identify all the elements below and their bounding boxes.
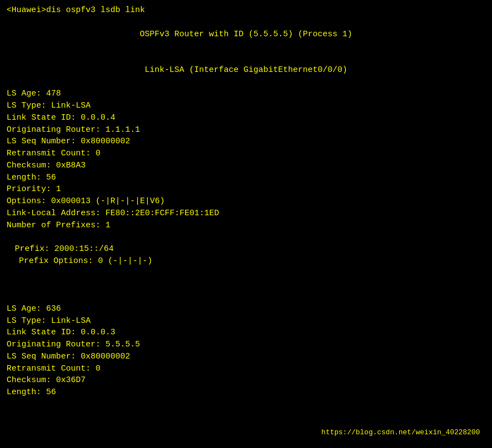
empty-line-4 <box>7 76 485 88</box>
b1-options: Options: 0x000013 (-|R|-|-|E|V6) <box>7 195 485 208</box>
b2-retransmit-count: Retransmit Count: 0 <box>7 363 485 375</box>
b1-link-local-address: Link-Local Address: FE80::2E0:FCFF:FE01:… <box>7 208 485 220</box>
b1-number-of-prefixes: Number of Prefixes: 1 <box>7 220 485 232</box>
b2-ls-seq-number: LS Seq Number: 0x80000002 <box>7 351 485 363</box>
b1-originating-router: Originating Router: 1.1.1.1 <box>7 124 485 136</box>
b2-ls-age: LS Age: 636 <box>7 303 485 315</box>
b1-length: Length: 56 <box>7 172 485 184</box>
b1-ls-age: LS Age: 478 <box>7 88 485 100</box>
empty-line-6 <box>7 267 485 279</box>
empty-line-8 <box>7 291 485 303</box>
b1-checksum: Checksum: 0xB8A3 <box>7 160 485 172</box>
b2-ls-type: LS Type: Link-LSA <box>7 315 485 327</box>
empty-line-1 <box>7 16 485 29</box>
b1-ls-type: LS Type: Link-LSA <box>7 100 485 112</box>
terminal: <Huawei>dis ospfv3 lsdb link OSPFv3 Rout… <box>7 4 485 444</box>
b1-priority: Priority: 1 <box>7 183 485 195</box>
watermark: https://blog.csdn.net/weixin_40228200 <box>321 428 480 438</box>
b1-link-state-id: Link State ID: 0.0.0.4 <box>7 112 485 124</box>
b2-checksum: Checksum: 0x36D7 <box>7 374 485 387</box>
header-line: OSPFv3 Router with ID (5.5.5.5) (Process… <box>7 29 485 41</box>
empty-line-3 <box>7 52 485 64</box>
section-header-line: Link-LSA (Interface GigabitEthernet0/0/0… <box>7 64 485 76</box>
empty-line-7 <box>7 279 485 291</box>
b1-ls-seq-number: LS Seq Number: 0x80000002 <box>7 136 485 148</box>
empty-line-2 <box>7 40 485 52</box>
b2-originating-router: Originating Router: 5.5.5.5 <box>7 339 485 351</box>
b1-retransmit-count: Retransmit Count: 0 <box>7 148 485 160</box>
b2-link-state-id: Link State ID: 0.0.0.3 <box>7 327 485 339</box>
prompt-line: <Huawei>dis ospfv3 lsdb link <box>7 4 485 16</box>
b1-prefix: Prefix: 2000:15::/64 <box>7 243 485 255</box>
b2-length: Length: 56 <box>7 387 485 399</box>
empty-line-5 <box>7 231 485 243</box>
b1-prefix-options: Prefix Options: 0 (-|-|-|-) <box>7 255 485 267</box>
